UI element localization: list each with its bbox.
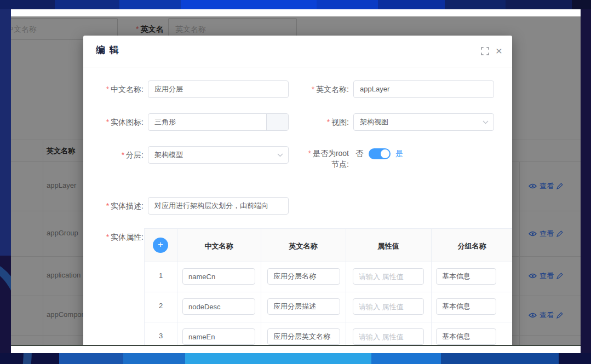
- attr-value-input[interactable]: [353, 268, 424, 285]
- stripe-segment: [55, 0, 119, 9]
- is-root-label: *是否为root节点:: [302, 148, 349, 170]
- stripe-segment: [506, 0, 572, 9]
- attribute-table: + 中文名称 英文名称 属性值 分组名称 1: [144, 228, 512, 345]
- app-window: *英文名 英文名称 appLayer appGroup application …: [11, 9, 581, 353]
- attr-row-index: 1: [145, 271, 177, 280]
- stripe-segment: [119, 0, 181, 9]
- stripe-segment: [572, 0, 591, 9]
- dialog-title: 编辑: [96, 44, 123, 56]
- page-viewport: *英文名 英文名称 appLayer appGroup application …: [11, 16, 581, 345]
- entity-attrs-label: *实体属性:: [83, 232, 144, 242]
- chevron-down-icon: [277, 153, 283, 157]
- add-attribute-button[interactable]: +: [153, 238, 168, 253]
- layer-select[interactable]: 架构模型: [148, 146, 289, 164]
- toggle-knob: [381, 149, 389, 158]
- dialog-tools: ×: [481, 47, 502, 55]
- attr-group-input[interactable]: [436, 298, 496, 315]
- col-header-value: 属性值: [346, 241, 431, 251]
- view-select[interactable]: 架构视图: [353, 113, 494, 131]
- close-icon[interactable]: ×: [496, 47, 502, 55]
- table-line: [177, 229, 177, 345]
- attr-cn-input[interactable]: [182, 328, 255, 345]
- col-header-group: 分组名称: [431, 241, 512, 251]
- attr-row-index: 3: [145, 332, 177, 340]
- table-line: [431, 229, 432, 345]
- cn-name-label: *中文名称:: [83, 84, 144, 95]
- top-decor-stripe: [0, 0, 591, 9]
- desktop-canvas: *英文名 英文名称 appLayer appGroup application …: [0, 0, 591, 364]
- col-header-en: 英文名称: [261, 241, 346, 251]
- view-label: *视图:: [289, 117, 349, 128]
- attr-value-input[interactable]: [353, 298, 424, 315]
- layer-label: *分层:: [83, 149, 144, 160]
- page-bottom-edge: [11, 345, 581, 346]
- attr-row-index: 2: [145, 302, 177, 310]
- table-line: [145, 292, 512, 292]
- fullscreen-icon[interactable]: [481, 47, 489, 55]
- icon-picker-addon[interactable]: [266, 114, 288, 130]
- stripe-segment: [559, 353, 591, 364]
- stripe-segment: [445, 0, 506, 9]
- divider: [83, 67, 512, 67]
- stripe-segment: [181, 0, 317, 9]
- en-name-label: *英文名称:: [289, 84, 349, 95]
- stripe-segment: [378, 0, 445, 9]
- stripe-segment: [123, 353, 185, 364]
- entity-icon-label: *实体图标:: [83, 117, 144, 128]
- table-line: [145, 322, 512, 322]
- table-line: [261, 229, 261, 345]
- table-line: [346, 229, 346, 345]
- cn-name-input[interactable]: 应用分层: [148, 80, 289, 98]
- stripe-segment: [0, 0, 55, 9]
- toggle-off-text: 否: [355, 149, 363, 159]
- stripe-segment: [441, 353, 559, 364]
- attr-group-input[interactable]: [436, 328, 496, 345]
- attr-en-input[interactable]: [267, 268, 340, 285]
- is-root-toggle[interactable]: [369, 148, 391, 159]
- stripe-segment: [185, 353, 371, 364]
- entity-desc-label: *实体描述:: [83, 200, 144, 211]
- attr-cn-input[interactable]: [182, 298, 255, 315]
- attr-group-input[interactable]: [436, 268, 496, 285]
- stripe-segment: [59, 353, 123, 364]
- toggle-on-text: 是: [395, 149, 403, 159]
- attr-en-input[interactable]: [267, 298, 340, 315]
- chevron-down-icon: [483, 120, 489, 124]
- attr-en-input[interactable]: [267, 328, 340, 345]
- col-header-cn: 中文名称: [177, 241, 261, 251]
- attr-cn-input[interactable]: [182, 268, 255, 285]
- attr-value-input[interactable]: [353, 328, 424, 345]
- left-decor-strip: [0, 9, 11, 256]
- stripe-segment: [371, 353, 441, 364]
- en-name-input[interactable]: appLayer: [353, 80, 494, 98]
- entity-desc-input[interactable]: 对应用进行架构层次划分，由前端向: [148, 197, 289, 215]
- bottom-decor-stripe: [0, 353, 591, 364]
- stripe-segment: [317, 0, 378, 9]
- entity-icon-input[interactable]: 三角形: [148, 113, 289, 131]
- table-line: [145, 262, 512, 262]
- edit-dialog: 编辑 × *中文名称: 应用分层 *英文名称: appLayer: [83, 36, 512, 345]
